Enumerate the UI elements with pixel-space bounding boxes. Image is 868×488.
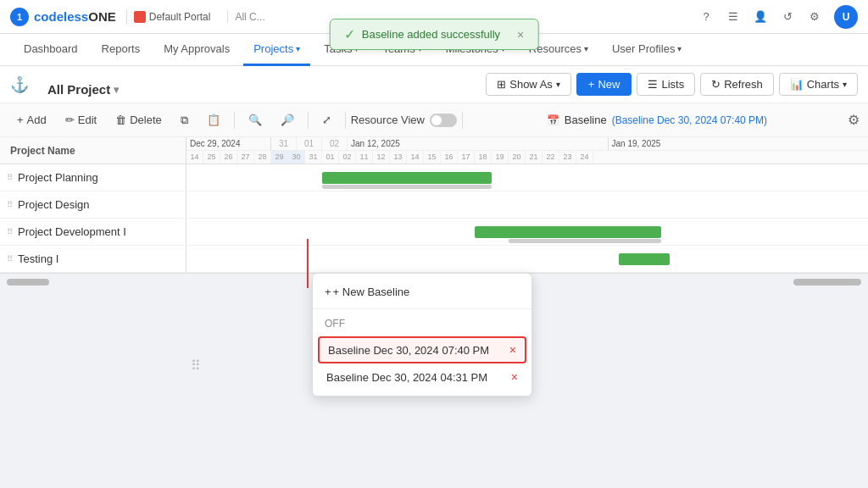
trash-icon: 🗑 xyxy=(115,114,126,126)
baseline-icon: 📅 xyxy=(547,114,559,126)
nav-projects[interactable]: Projects ▾ xyxy=(243,34,310,66)
zoom-in-button[interactable]: 🔍 xyxy=(240,110,270,130)
week-label-jan12: Jan 12, 2025 xyxy=(348,137,609,150)
portal-icon xyxy=(134,11,146,23)
day-jan19-19: 19 xyxy=(492,151,509,164)
expand-button[interactable]: ⤢ xyxy=(314,110,340,130)
bar-testing xyxy=(619,253,670,265)
day-31: 31 xyxy=(271,137,297,150)
resource-view-label: Resource View xyxy=(351,114,425,126)
menu-icon[interactable]: ☰ xyxy=(726,9,741,25)
day-label-29: 29 xyxy=(271,151,288,164)
refresh-button[interactable]: ↻ Refresh xyxy=(700,73,774,96)
toast-close-button[interactable]: × xyxy=(517,28,524,42)
toast-check-icon: ✓ xyxy=(344,26,355,42)
day-jan-17: 17 xyxy=(458,151,475,164)
copy-icon: ⧉ xyxy=(181,114,188,127)
baseline-selected-close[interactable]: × xyxy=(509,343,516,357)
history-icon[interactable]: ↺ xyxy=(780,9,795,25)
horizontal-scrollbar-left[interactable] xyxy=(7,279,49,286)
baseline-item-selected[interactable]: Baseline Dec 30, 2024 07:40 PM × xyxy=(318,336,526,363)
row-label-design: Project Design xyxy=(18,198,90,211)
date-header-area: Dec 29, 2024 31 01 02 Jan 12, 2025 Jan 1… xyxy=(186,137,868,164)
baseline-item-normal[interactable]: Baseline Dec 30, 2024 04:31 PM × xyxy=(318,365,526,389)
day-label-26: 26 xyxy=(220,151,237,164)
portal-label: Default Portal xyxy=(149,11,211,23)
expand-icon: ⤢ xyxy=(322,114,331,126)
charts-chevron: ▾ xyxy=(843,80,847,89)
paste-button[interactable]: 📋 xyxy=(198,110,229,130)
separator-2 xyxy=(308,112,309,129)
day-label-25: 25 xyxy=(203,151,220,164)
add-icon: + xyxy=(17,114,24,126)
new-button[interactable]: + New xyxy=(576,73,632,96)
topbar-right: ? ☰ 👤 ↺ ⚙ U xyxy=(698,5,858,29)
row-bar-design xyxy=(186,191,868,218)
settings-gear-icon[interactable]: ⚙ xyxy=(848,112,860,128)
day-jan-18: 18 xyxy=(475,151,492,164)
nav-userprofiles[interactable]: User Profiles ▾ xyxy=(602,34,692,66)
day-jan-13: 13 xyxy=(390,151,407,164)
grid-icon: ⊞ xyxy=(497,78,506,91)
project-chevron[interactable]: ▾ xyxy=(114,84,119,96)
resource-view-toggle[interactable] xyxy=(430,114,457,127)
baseline-dropdown: + + New Baseline OFF Baseline Dec 30, 20… xyxy=(312,273,532,396)
week-label-jan19: Jan 19, 2025 xyxy=(609,137,869,150)
separator-4 xyxy=(462,112,463,129)
gantt-rows: ⠿ Project Planning ⠿ Project Design ⠿ Pr… xyxy=(0,164,868,273)
new-baseline-item[interactable]: + + New Baseline xyxy=(313,279,531,305)
project-toolbar: ⚓ Project (4 items) All Project ▾ ⊞ Show… xyxy=(0,66,868,103)
lists-button[interactable]: ☰ Lists xyxy=(637,73,695,96)
baseline-section: 📅 Baseline (Baseline Dec 30, 2024 07:40 … xyxy=(547,114,767,126)
baseline-selected-label: Baseline Dec 30, 2024 07:40 PM xyxy=(328,344,489,357)
day-jan19-23: 23 xyxy=(559,151,576,164)
projects-chevron: ▾ xyxy=(296,44,300,53)
baseline-normal-close[interactable]: × xyxy=(511,370,518,384)
bar-development xyxy=(475,226,661,238)
row-name-testing: ⠿ Testing I xyxy=(0,246,186,272)
baseline-label: Baseline xyxy=(565,114,607,126)
baseline-pointer-line xyxy=(307,239,309,288)
drag-handle-planning[interactable]: ⠿ xyxy=(7,173,13,182)
paste-icon: 📋 xyxy=(207,114,220,126)
day-jan-15: 15 xyxy=(424,151,441,164)
drag-handle-design[interactable]: ⠿ xyxy=(7,200,13,209)
edit-button[interactable]: ✏ Edit xyxy=(57,110,105,130)
day-jan-14: 14 xyxy=(407,151,424,164)
day-jan19-20: 20 xyxy=(509,151,526,164)
drag-handle-development[interactable]: ⠿ xyxy=(7,227,13,236)
zoom-in-icon: 🔍 xyxy=(248,114,262,126)
day-label-30: 30 xyxy=(288,151,305,164)
charts-button[interactable]: 📊 Charts ▾ xyxy=(779,73,858,96)
add-button[interactable]: + Add xyxy=(8,110,55,130)
delete-button[interactable]: 🗑 Delete xyxy=(107,110,170,130)
row-bar-testing xyxy=(186,246,868,272)
day-label-01: 01 xyxy=(322,151,339,164)
users-icon[interactable]: 👤 xyxy=(753,9,768,25)
day-jan-12: 12 xyxy=(373,151,390,164)
baseline-bar-planning xyxy=(322,185,492,189)
row-label-development: Project Development I xyxy=(18,225,126,238)
separator-3 xyxy=(345,112,346,129)
show-as-button[interactable]: ⊞ Show As ▾ xyxy=(486,73,571,96)
baseline-normal-label: Baseline Dec 30, 2024 04:31 PM xyxy=(326,371,487,384)
row-design: ⠿ Project Design xyxy=(0,191,868,219)
horizontal-scrollbar-right[interactable] xyxy=(793,279,861,286)
drag-handle-testing[interactable]: ⠿ xyxy=(7,254,13,263)
help-icon[interactable]: ? xyxy=(698,9,714,25)
copy-button[interactable]: ⧉ xyxy=(172,110,197,130)
success-toast: ✓ Baseline added successfully × xyxy=(330,19,539,50)
userprofiles-chevron: ▾ xyxy=(677,44,682,53)
avatar[interactable]: U xyxy=(834,5,858,29)
day-jan-16: 16 xyxy=(441,151,458,164)
nav-approvals[interactable]: My Approvals xyxy=(153,34,240,66)
baseline-current-link[interactable]: (Baseline Dec 30, 2024 07:40 PM) xyxy=(612,114,767,126)
row-label-testing: Testing I xyxy=(18,252,58,265)
day-jan-11: 11 xyxy=(356,151,373,164)
settings-icon[interactable]: ⚙ xyxy=(807,9,822,25)
row-development: ⠿ Project Development I xyxy=(0,219,868,246)
zoom-out-button[interactable]: 🔎 xyxy=(272,110,303,130)
baseline-bar-development xyxy=(509,239,661,243)
day-label-14: 14 xyxy=(186,151,203,164)
day-label-02: 02 xyxy=(339,151,356,164)
